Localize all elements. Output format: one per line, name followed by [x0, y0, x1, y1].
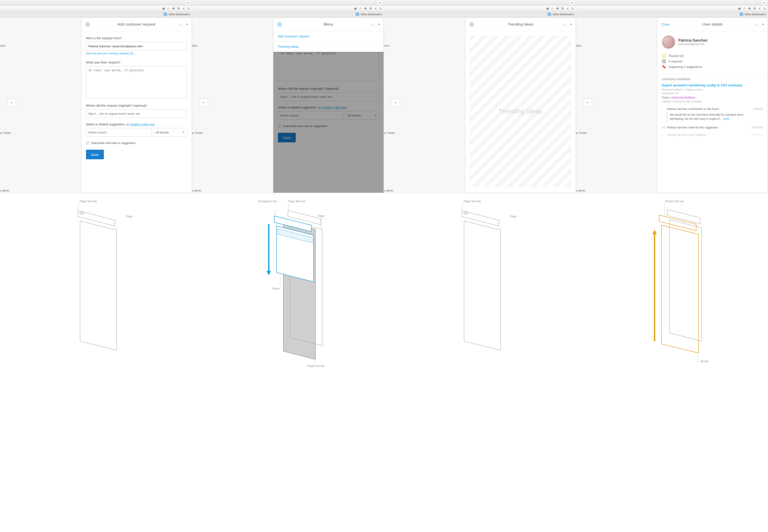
- close-button[interactable]: ✕: [570, 23, 572, 26]
- menu-icon[interactable]: [278, 23, 282, 26]
- diagram-page-repeat: Page title bar Page: [439, 199, 521, 373]
- refine-search-input[interactable]: [86, 128, 151, 137]
- chevrons-icon[interactable]: »: [182, 7, 185, 10]
- close-button[interactable]: ✕: [762, 23, 764, 26]
- feedback-supporters: Supporters: 33: [662, 92, 763, 95]
- evernote-icon[interactable]: ❋: [172, 7, 175, 10]
- chevrons-icon[interactable]: »: [758, 7, 761, 10]
- star-icon[interactable]: ☆: [167, 7, 170, 10]
- extension-icon[interactable]: ▾: [570, 1, 574, 5]
- bg-fragment: w Ticket: [576, 131, 587, 135]
- feedback-title-link[interactable]: Export account's monitoring config to CS…: [662, 83, 763, 87]
- label-modal-title-bar: Modal title bar: [665, 199, 684, 203]
- minimize-button[interactable]: —: [371, 23, 374, 26]
- evernote-icon[interactable]: ❋: [748, 7, 751, 10]
- diagram-svg: [439, 199, 521, 373]
- bg-fragment: s given: [384, 189, 393, 192]
- hamburger-icon[interactable]: ≡: [379, 7, 382, 10]
- eye-icon[interactable]: ◉: [546, 7, 549, 10]
- evernote-icon[interactable]: ❋: [556, 7, 559, 10]
- other-bookmarks[interactable]: Other Bookmarks: [361, 13, 382, 16]
- menu-icon[interactable]: [469, 23, 474, 26]
- add-request-panel-dimmed: Menu — ✕ View this person's existing req…: [273, 17, 384, 193]
- other-bookmarks[interactable]: Other Bookmarks: [745, 13, 766, 16]
- smiley-icon: ☺: [662, 54, 666, 58]
- menu-icon[interactable]: [85, 23, 90, 26]
- label-page: Page: [125, 215, 132, 218]
- forum-dropdown[interactable]: All forums⇅: [153, 128, 187, 137]
- back-button[interactable]: ↩: [200, 98, 208, 106]
- eye-icon[interactable]: ◉: [162, 7, 165, 10]
- panel-header: Menu — ✕: [273, 18, 384, 31]
- bg-fragment: oice: [0, 44, 5, 47]
- minimize-button[interactable]: —: [563, 23, 566, 26]
- diagram-svg: [55, 199, 137, 373]
- eye-icon[interactable]: ◉: [354, 7, 357, 10]
- bookmarks-bar: Other Bookmarks: [384, 11, 576, 17]
- close-link[interactable]: Close: [662, 23, 670, 26]
- other-bookmarks[interactable]: Other Bookmarks: [168, 13, 190, 16]
- create-new-link[interactable]: create a new one: [130, 122, 154, 126]
- panel-title: Menu: [324, 22, 333, 27]
- hamburger-icon[interactable]: ≡: [571, 7, 574, 10]
- eye-icon[interactable]: ◉: [738, 7, 741, 10]
- back-button[interactable]: ↩: [7, 98, 16, 106]
- back-button[interactable]: ↩: [391, 98, 400, 106]
- menu-item-add-request[interactable]: Add customer request: [273, 31, 384, 42]
- bg-fragment: s given: [192, 189, 202, 192]
- svg-marker-13: [267, 271, 271, 275]
- gear-icon[interactable]: ⚙: [177, 7, 180, 10]
- other-bookmarks[interactable]: Other Bookmarks: [552, 13, 574, 16]
- trending-panel: Trending ideas — ✕ Trending ideas: [465, 17, 576, 193]
- gear-icon[interactable]: ⚙: [369, 7, 372, 10]
- hamburger-icon[interactable]: ≡: [187, 7, 190, 10]
- close-button[interactable]: ✕: [378, 23, 380, 26]
- activity-comment: Patricia Sanchez commented on the forum:…: [662, 106, 763, 123]
- request-textarea[interactable]: [86, 66, 187, 98]
- bookmarks-bar: Other Bookmarks: [192, 11, 384, 17]
- star-icon[interactable]: ☆: [743, 7, 746, 10]
- from-input[interactable]: [86, 42, 187, 51]
- diagram-menu: Page title bar Navigation bar Page Menu …: [247, 199, 329, 373]
- more-link[interactable]: more: [723, 117, 729, 120]
- evernote-icon[interactable]: ❋: [364, 7, 367, 10]
- svg-marker-30: [652, 230, 657, 234]
- activity-timestamp: 12/3/2015: [752, 133, 763, 136]
- tag-icon: 🔖: [662, 65, 666, 69]
- user-details-panel: Close User details — ✕ Patricia Sanchez: [657, 17, 768, 193]
- origin-input[interactable]: [86, 109, 187, 118]
- minimize-button[interactable]: —: [179, 23, 182, 26]
- extension-icon[interactable]: ▾: [762, 1, 766, 5]
- star-icon[interactable]: ☆: [551, 7, 554, 10]
- diagram-svg: [631, 199, 713, 373]
- folder-icon: [356, 13, 359, 16]
- browser-window: ▾ ◉ ☆ ❋ ⚙ » ≡ Other Bookmarks oice ↩ w T…: [0, 0, 192, 193]
- activity-feedback: ▸ Patricia Sanchez gave feedback 12/3/20…: [662, 132, 763, 137]
- extension-icon[interactable]: ▾: [186, 1, 190, 5]
- stat-supporting: 🔖 Supporting 3 suggestions: [662, 65, 763, 69]
- folder-icon: [547, 13, 551, 16]
- menu-item-trending[interactable]: Trending ideas: [273, 42, 384, 52]
- svg-marker-26: [670, 220, 702, 341]
- existing-requests-link[interactable]: View this person's existing requests (5)…: [86, 52, 136, 55]
- bookmarks-bar: Other Bookmarks: [0, 11, 192, 17]
- activity-timestamp: 1/5/2016: [753, 107, 763, 110]
- chevrons-icon[interactable]: »: [374, 7, 377, 10]
- bg-fragment: oice: [576, 44, 582, 47]
- hamburger-icon[interactable]: ≡: [763, 7, 766, 10]
- gear-icon[interactable]: ⚙: [753, 7, 756, 10]
- gear-icon[interactable]: ⚙: [561, 7, 564, 10]
- user-name: Patricia Sanchez: [678, 38, 707, 43]
- close-button[interactable]: ✕: [186, 23, 188, 26]
- minimize-button[interactable]: —: [755, 23, 758, 26]
- overlay-shade[interactable]: [273, 31, 384, 193]
- feedback-category: General Feedback – Category name: [662, 88, 763, 91]
- save-button[interactable]: Save: [86, 150, 104, 159]
- subscribe-checkbox[interactable]: ✓ Subscribe end-user to suggestion: [86, 141, 187, 145]
- activity-vote: +1 Patricia Sanchez voted for this sugge…: [662, 125, 763, 130]
- chevrons-icon[interactable]: »: [566, 7, 569, 10]
- back-button[interactable]: ↩: [584, 98, 592, 106]
- extension-icon[interactable]: ▾: [378, 1, 382, 5]
- svg-marker-22: [464, 221, 501, 350]
- star-icon[interactable]: ☆: [359, 7, 362, 10]
